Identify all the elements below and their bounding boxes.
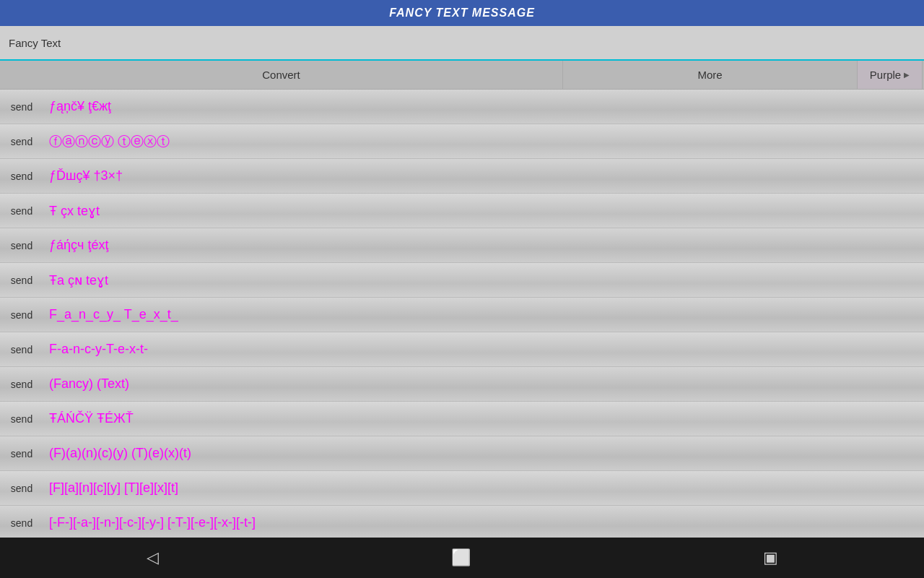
fancy-text-result[interactable]: ƒĎшç¥ †3×†	[43, 165, 924, 186]
list-item: send[F][a][n][c][y] [T][e][x][t]	[0, 471, 924, 506]
send-button[interactable]: send	[0, 101, 43, 113]
fancy-text-result[interactable]: Ŧa çɴ teɣt	[43, 269, 924, 291]
tab-purple[interactable]: Purple	[858, 61, 923, 89]
input-bar	[0, 26, 924, 61]
fancy-text-result[interactable]: ƒąņč¥ ţ€жţ	[43, 96, 924, 117]
send-button[interactable]: send	[0, 448, 43, 460]
send-button[interactable]: send	[0, 413, 43, 425]
send-button[interactable]: send	[0, 344, 43, 355]
list-item: sendF_a_n_c_y_ T_e_x_t_	[0, 298, 924, 332]
send-button[interactable]: send	[0, 379, 43, 390]
fancy-text-result[interactable]: [F][a][n][c][y] [T][e][x][t]	[43, 478, 924, 499]
fancy-text-result[interactable]: F_a_n_c_y_ T_e_x_t_	[43, 304, 924, 325]
send-button[interactable]: send	[0, 275, 43, 286]
list-item: send(F)(a)(n)(c)(y) (T)(e)(x)(t)	[0, 436, 924, 471]
tab-convert[interactable]: Convert	[0, 61, 563, 89]
fancy-text-result[interactable]: F-a-n-c-y-T-e-x-t-	[43, 339, 924, 360]
list-item: sendƒąņč¥ ţ€жţ	[0, 90, 924, 124]
list-item: send(Fancy) (Text)	[0, 367, 924, 402]
list-item: sendŦÁŃČŸ ŦÉЖŤ	[0, 402, 924, 436]
fancy-text-result[interactable]: ⓕⓐⓝⓒⓨ ⓣⓔⓧⓣ	[43, 130, 924, 153]
send-button[interactable]: send	[0, 136, 43, 147]
fancy-text-result[interactable]: (Fancy) (Text)	[43, 374, 924, 394]
recents-button[interactable]: ▣	[763, 548, 778, 567]
list-item: sendŦa çɴ teɣt	[0, 263, 924, 298]
fancy-text-result[interactable]: Ŧ çx teɣt	[43, 200, 924, 222]
tab-bar: Convert More Purple	[0, 61, 924, 90]
list-item: send[-F-][-a-][-n-][-c-][-y-] [-T-][-e-]…	[0, 506, 924, 538]
title-bar: FANCY TEXT MESSAGE	[0, 0, 924, 26]
back-button[interactable]: ◁	[147, 548, 159, 567]
list-item: sendⓕⓐⓝⓒⓨ ⓣⓔⓧⓣ	[0, 124, 924, 159]
fancy-text-result[interactable]: (F)(a)(n)(c)(y) (T)(e)(x)(t)	[43, 443, 924, 464]
send-button[interactable]: send	[0, 517, 43, 529]
fancy-text-result[interactable]: ƒáήçч ţéxţ	[43, 235, 924, 256]
list-area: sendƒąņč¥ ţ€жţsendⓕⓐⓝⓒⓨ ⓣⓔⓧⓣsendƒĎшç¥ †3…	[0, 90, 924, 538]
send-button[interactable]: send	[0, 309, 43, 321]
fancy-text-input[interactable]	[9, 37, 915, 49]
fancy-text-result[interactable]: [-F-][-a-][-n-][-c-][-y-] [-T-][-e-][-x-…	[43, 512, 924, 533]
home-button[interactable]: ⬜	[451, 548, 471, 567]
list-item: sendF-a-n-c-y-T-e-x-t-	[0, 332, 924, 367]
send-button[interactable]: send	[0, 205, 43, 217]
send-button[interactable]: send	[0, 483, 43, 494]
send-button[interactable]: send	[0, 171, 43, 182]
list-item: sendƒáήçч ţéxţ	[0, 228, 924, 263]
app-title: FANCY TEXT MESSAGE	[389, 7, 535, 20]
nav-bar: ◁ ⬜ ▣	[0, 538, 924, 578]
tab-more[interactable]: More	[563, 61, 858, 89]
send-button[interactable]: send	[0, 240, 43, 251]
list-item: sendƒĎшç¥ †3×†	[0, 159, 924, 194]
fancy-text-result[interactable]: ŦÁŃČŸ ŦÉЖŤ	[43, 408, 924, 429]
list-item: sendŦ çx teɣt	[0, 194, 924, 228]
